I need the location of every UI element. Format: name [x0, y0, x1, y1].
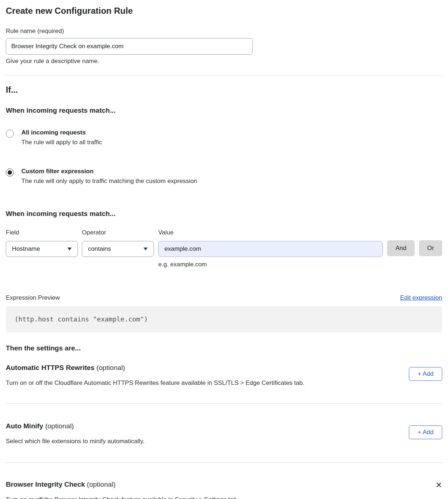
expression-code-block: (http.host contains "example.com") [6, 306, 442, 332]
setting-optional-tag: (optional) [96, 364, 125, 371]
create-configuration-rule-page: Create new Configuration Rule Rule name … [0, 0, 448, 499]
setting-browser-integrity-check: Browser Integrity Check (optional) Turn … [6, 481, 442, 499]
radio-description: The rule will apply to all traffic [21, 139, 102, 146]
if-heading: If... [6, 85, 442, 95]
radio-label: All incoming requests [21, 129, 102, 136]
page-title: Create new Configuration Rule [6, 6, 442, 16]
section-divider [6, 75, 442, 75]
add-automatic-https-rewrites-button[interactable]: + Add [409, 367, 442, 381]
setting-description: Select which file extensions to minify a… [6, 438, 145, 445]
filter-builder-row: Field Hostname Operator contains Value e… [6, 229, 442, 268]
close-icon: ✕ [436, 481, 442, 490]
section-divider [6, 462, 442, 463]
radio-description: The rule will only apply to traffic matc… [21, 178, 197, 185]
operator-select-value: contains [88, 245, 111, 253]
expression-preview-header: Expression Preview Edit expression [6, 294, 442, 302]
section-divider [6, 403, 442, 404]
match-heading: When incoming requests match... [6, 107, 442, 115]
setting-title-line: Browser Integrity Check (optional) [6, 481, 238, 488]
edit-expression-link[interactable]: Edit expression [400, 294, 442, 302]
radio-button-selected[interactable] [6, 169, 14, 176]
filter-heading: When incoming requests match... [6, 210, 442, 218]
radio-option-all-incoming-requests[interactable]: All incoming requests The rule will appl… [6, 129, 442, 146]
setting-description: Turn on or off the Cloudflare Automatic … [6, 379, 304, 387]
value-label: Value [158, 229, 383, 236]
expression-code: (http.host contains "example.com") [14, 315, 148, 323]
operator-label: Operator [82, 229, 154, 236]
setting-texts: Auto Minify (optional) Select which file… [6, 422, 145, 445]
setting-optional-tag: (optional) [87, 481, 116, 488]
setting-title-line: Automatic HTTPS Rewrites (optional) [6, 364, 304, 372]
setting-auto-minify: Auto Minify (optional) Select which file… [6, 422, 442, 445]
value-helper: e.g. example.com [158, 261, 383, 268]
and-button[interactable]: And [387, 240, 415, 256]
radio-texts: Custom filter expression The rule will o… [21, 168, 197, 185]
chevron-down-icon [67, 248, 72, 250]
setting-title-line: Auto Minify (optional) [6, 422, 145, 430]
expression-preview-label: Expression Preview [6, 294, 60, 302]
chevron-down-icon [143, 248, 148, 250]
radio-option-custom-filter-expression[interactable]: Custom filter expression The rule will o… [6, 168, 442, 185]
field-label: Field [6, 229, 78, 236]
operator-select[interactable]: contains [82, 241, 154, 257]
setting-title: Automatic HTTPS Rewrites [6, 364, 95, 371]
setting-texts: Automatic HTTPS Rewrites (optional) Turn… [6, 364, 304, 387]
remove-setting-button[interactable]: ✕ [436, 481, 442, 489]
operator-column: Operator contains [82, 229, 154, 257]
rule-name-helper: Give your rule a descriptive name. [6, 58, 442, 65]
rule-name-label: Rule name (required) [6, 28, 442, 35]
add-auto-minify-button[interactable]: + Add [409, 425, 442, 439]
field-column: Field Hostname [6, 229, 78, 257]
radio-label: Custom filter expression [21, 168, 197, 175]
setting-title: Browser Integrity Check [6, 481, 85, 488]
rule-name-input[interactable] [6, 38, 253, 55]
setting-texts: Browser Integrity Check (optional) Turn … [6, 481, 238, 499]
rule-name-block: Rule name (required) Give your rule a de… [6, 28, 442, 65]
value-column: Value e.g. example.com [158, 229, 383, 268]
radio-button-unselected[interactable] [6, 130, 14, 138]
setting-description: Turn on or off the Browser Integrity Che… [6, 496, 238, 499]
value-input[interactable] [158, 241, 383, 257]
setting-title: Auto Minify [6, 422, 43, 430]
setting-automatic-https-rewrites: Automatic HTTPS Rewrites (optional) Turn… [6, 364, 442, 387]
then-settings-heading: Then the settings are... [6, 344, 442, 352]
field-select-value: Hostname [12, 245, 40, 253]
or-button[interactable]: Or [419, 240, 442, 256]
setting-optional-tag: (optional) [45, 422, 74, 430]
field-select[interactable]: Hostname [6, 241, 78, 257]
radio-texts: All incoming requests The rule will appl… [21, 129, 102, 146]
